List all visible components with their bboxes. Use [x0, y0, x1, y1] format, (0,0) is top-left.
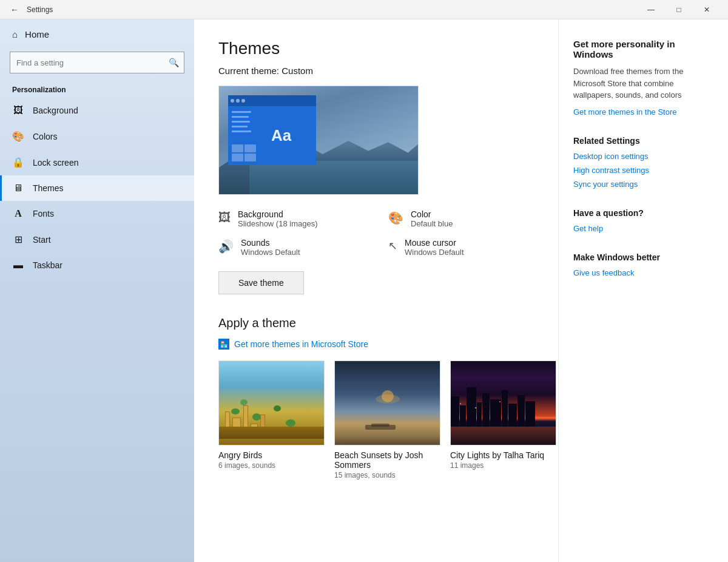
save-theme-button[interactable]: Save theme: [218, 271, 304, 294]
have-question-title: Have a question?: [573, 208, 713, 218]
sidebar: ⌂ Home 🔍 Personalization 🖼 Background 🎨 …: [0, 19, 194, 562]
related-settings-title: Related Settings: [573, 136, 713, 146]
preview-aa-text: Aa: [271, 126, 291, 145]
cursor-setting[interactable]: ↖ Mouse cursor Windows Default: [388, 238, 534, 257]
sidebar-item-fonts[interactable]: A Fonts: [0, 201, 194, 226]
color-setting-value: Default blue: [411, 219, 453, 228]
theme-thumb-angry-birds: [218, 361, 325, 445]
theme-desc-city-lights: 11 images: [450, 461, 556, 470]
theme-grid: Angry Birds 6 images, sounds Beach Sunse…: [218, 361, 534, 479]
color-setting-name: Color: [411, 209, 453, 219]
give-feedback-link[interactable]: Give us feedback: [573, 268, 713, 277]
background-setting-icon: 🖼: [218, 211, 231, 225]
sidebar-item-background[interactable]: 🖼 Background: [0, 98, 194, 123]
search-button[interactable]: 🔍: [163, 52, 184, 73]
preview-window: Aa: [228, 95, 316, 165]
sidebar-item-label: Themes: [33, 183, 64, 193]
minimize-button[interactable]: —: [637, 0, 665, 19]
sidebar-item-label: Lock screen: [33, 158, 78, 168]
theme-preview: Aa: [218, 86, 419, 195]
close-button[interactable]: ✕: [693, 0, 721, 19]
themes-icon: 🖥: [12, 183, 24, 194]
get-more-link-text: Get more themes in Microsoft Store: [234, 339, 368, 349]
background-icon: 🖼: [12, 105, 24, 116]
home-label: Home: [25, 29, 49, 39]
sidebar-item-colors[interactable]: 🎨 Colors: [0, 123, 194, 149]
preview-window-body: Aa: [228, 106, 316, 165]
preview-window-bar: [228, 95, 316, 106]
sounds-setting[interactable]: 🔊 Sounds Windows Default: [218, 238, 364, 257]
background-setting-name: Background: [238, 209, 318, 219]
cursor-setting-icon: ↖: [388, 239, 397, 252]
background-setting[interactable]: 🖼 Background Slideshow (18 images): [218, 209, 364, 228]
sounds-setting-icon: 🔊: [218, 239, 234, 254]
preview-tiles: [232, 144, 256, 161]
home-icon: ⌂: [12, 29, 18, 39]
start-icon: ⊞: [12, 234, 24, 245]
cursor-setting-value: Windows Default: [405, 248, 464, 257]
related-settings-section: Related Settings Desktop icon settings H…: [573, 136, 713, 189]
taskbar-icon: ▬: [12, 260, 24, 271]
theme-thumb-beach-sunsets: [334, 361, 440, 445]
theme-card-beach-sunsets[interactable]: Beach Sunsets by Josh Sommers 15 images,…: [334, 361, 440, 479]
feedback-title: Make Windows better: [573, 252, 713, 262]
high-contrast-settings-link[interactable]: High contrast settings: [573, 166, 713, 175]
sidebar-item-label: Fonts: [33, 209, 54, 218]
right-panel: Get more personality in Windows Download…: [558, 19, 728, 562]
store-icon: 🏪: [218, 339, 229, 350]
theme-card-city-lights[interactable]: City Lights by Talha Tariq 11 images: [450, 361, 556, 479]
content-area: Themes Current theme: Custom: [194, 19, 558, 562]
search-box: 🔍: [10, 52, 184, 73]
get-more-title: Get more personality in Windows: [573, 39, 713, 59]
sidebar-item-label: Start: [33, 235, 51, 245]
main-layout: ⌂ Home 🔍 Personalization 🖼 Background 🎨 …: [0, 19, 728, 562]
get-more-themes-link[interactable]: 🏪 Get more themes in Microsoft Store: [218, 339, 534, 350]
apply-theme-title: Apply a theme: [218, 316, 534, 330]
theme-name-city-lights: City Lights by Talha Tariq: [450, 450, 556, 460]
theme-card-angry-birds[interactable]: Angry Birds 6 images, sounds: [218, 361, 325, 479]
feedback-section: Make Windows better Give us feedback: [573, 252, 713, 277]
get-more-desc: Download free themes from the Microsoft …: [573, 66, 713, 101]
color-setting-icon: 🎨: [388, 211, 403, 225]
desktop-icon-settings-link[interactable]: Desktop icon settings: [573, 152, 713, 161]
current-theme-label: Current theme: Custom: [218, 66, 534, 76]
theme-thumb-city-lights: [450, 361, 556, 445]
theme-desc-beach-sunsets: 15 images, sounds: [334, 471, 440, 479]
color-setting[interactable]: 🎨 Color Default blue: [388, 209, 534, 228]
have-question-section: Have a question? Get help: [573, 208, 713, 233]
theme-settings: 🖼 Background Slideshow (18 images) 🎨 Col…: [218, 209, 534, 257]
lock-icon: 🔒: [12, 157, 24, 168]
sounds-setting-name: Sounds: [241, 238, 300, 248]
get-more-store-link[interactable]: Get more themes in the Store: [573, 107, 713, 117]
get-help-link[interactable]: Get help: [573, 224, 713, 233]
colors-icon: 🎨: [12, 130, 24, 142]
page-title: Themes: [218, 39, 534, 58]
sidebar-item-label: Taskbar: [33, 260, 62, 270]
back-button[interactable]: ←: [7, 2, 22, 17]
sidebar-item-start[interactable]: ⊞ Start: [0, 226, 194, 252]
window-controls: — □ ✕: [637, 0, 721, 19]
sidebar-item-home[interactable]: ⌂ Home: [0, 19, 194, 49]
preview-water: [249, 161, 418, 194]
titlebar: ← Settings — □ ✕: [0, 0, 728, 19]
sync-settings-link[interactable]: Sync your settings: [573, 180, 713, 189]
sidebar-item-taskbar[interactable]: ▬ Taskbar: [0, 252, 194, 278]
search-input[interactable]: [10, 52, 184, 73]
app-title: Settings: [27, 5, 637, 14]
get-more-section: Get more personality in Windows Download…: [573, 39, 713, 117]
background-setting-value: Slideshow (18 images): [238, 219, 318, 228]
preview-lines: [232, 111, 251, 132]
cursor-setting-name: Mouse cursor: [405, 238, 464, 248]
sidebar-item-label: Colors: [33, 132, 57, 141]
theme-name-beach-sunsets: Beach Sunsets by Josh Sommers: [334, 450, 440, 470]
theme-desc-angry-birds: 6 images, sounds: [218, 461, 325, 470]
sidebar-item-themes[interactable]: 🖥 Themes: [0, 175, 194, 201]
fonts-icon: A: [12, 208, 24, 219]
sidebar-item-lock-screen[interactable]: 🔒 Lock screen: [0, 149, 194, 175]
theme-name-angry-birds: Angry Birds: [218, 450, 325, 460]
sidebar-section-label: Personalization: [0, 81, 194, 98]
maximize-button[interactable]: □: [665, 0, 693, 19]
sounds-setting-value: Windows Default: [241, 248, 300, 257]
sidebar-item-label: Background: [33, 106, 78, 115]
